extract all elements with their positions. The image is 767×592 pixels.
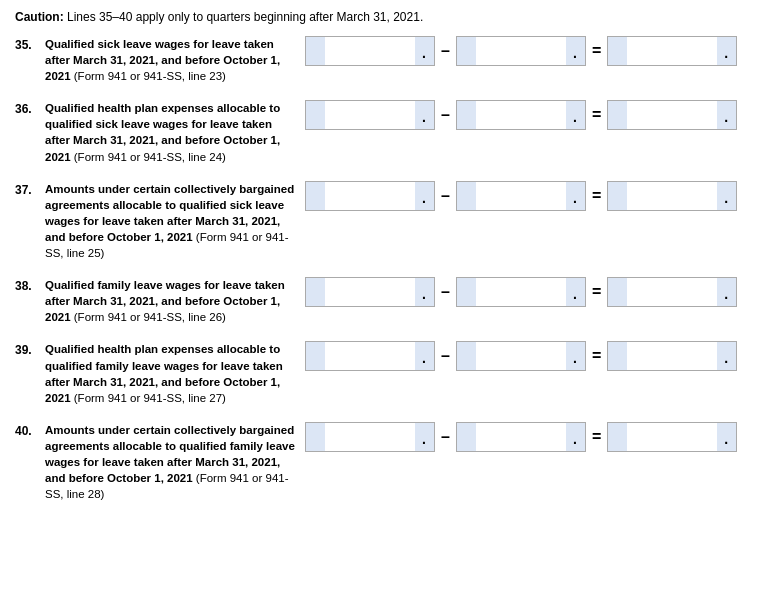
minus-op-2: – [441, 187, 450, 205]
line-number-1: 36. [15, 100, 45, 116]
input-field-2-row-3[interactable] [456, 277, 586, 307]
input-field-1-row-5[interactable] [305, 422, 435, 452]
input-field-2-row-1[interactable] [456, 100, 586, 130]
minus-op-1: – [441, 106, 450, 124]
form-row-37: 37.Amounts under certain collectively ba… [15, 181, 752, 267]
equals-op-3: = [592, 283, 601, 301]
formula-4: –= [305, 341, 752, 371]
result-field-row-0[interactable] [607, 36, 737, 66]
input-field-1-row-4[interactable] [305, 341, 435, 371]
equals-op-4: = [592, 347, 601, 365]
input-field-2-row-5[interactable] [456, 422, 586, 452]
input-field-1-row-2[interactable] [305, 181, 435, 211]
formula-3: –= [305, 277, 752, 307]
input-field-1-row-3[interactable] [305, 277, 435, 307]
result-field-row-5[interactable] [607, 422, 737, 452]
line-label-4: Qualified health plan expenses allocable… [45, 341, 305, 405]
minus-op-3: – [441, 283, 450, 301]
result-field-row-1[interactable] [607, 100, 737, 130]
equals-op-1: = [592, 106, 601, 124]
result-field-row-3[interactable] [607, 277, 737, 307]
input-field-2-row-0[interactable] [456, 36, 586, 66]
line-number-3: 38. [15, 277, 45, 293]
input-field-2-row-4[interactable] [456, 341, 586, 371]
formula-1: –= [305, 100, 752, 130]
form-row-38: 38.Qualified family leave wages for leav… [15, 277, 752, 331]
form-row-39: 39.Qualified health plan expenses alloca… [15, 341, 752, 411]
equals-op-5: = [592, 428, 601, 446]
formula-5: –= [305, 422, 752, 452]
minus-op-4: – [441, 347, 450, 365]
line-label-1: Qualified health plan expenses allocable… [45, 100, 305, 164]
minus-op-0: – [441, 42, 450, 60]
line-number-4: 39. [15, 341, 45, 357]
line-label-3: Qualified family leave wages for leave t… [45, 277, 305, 325]
line-number-2: 37. [15, 181, 45, 197]
result-field-row-2[interactable] [607, 181, 737, 211]
input-field-2-row-2[interactable] [456, 181, 586, 211]
line-number-5: 40. [15, 422, 45, 438]
line-label-2: Amounts under certain collectively barga… [45, 181, 305, 261]
form-row-35: 35.Qualified sick leave wages for leave … [15, 36, 752, 90]
line-label-5: Amounts under certain collectively barga… [45, 422, 305, 502]
equals-op-0: = [592, 42, 601, 60]
minus-op-5: – [441, 428, 450, 446]
caution-text: Caution: Lines 35–40 apply only to quart… [15, 10, 752, 24]
input-field-1-row-0[interactable] [305, 36, 435, 66]
line-number-0: 35. [15, 36, 45, 52]
input-field-1-row-1[interactable] [305, 100, 435, 130]
formula-2: –= [305, 181, 752, 211]
result-field-row-4[interactable] [607, 341, 737, 371]
formula-0: –= [305, 36, 752, 66]
line-label-0: Qualified sick leave wages for leave tak… [45, 36, 305, 84]
equals-op-2: = [592, 187, 601, 205]
form-row-40: 40.Amounts under certain collectively ba… [15, 422, 752, 508]
form-row-36: 36.Qualified health plan expenses alloca… [15, 100, 752, 170]
